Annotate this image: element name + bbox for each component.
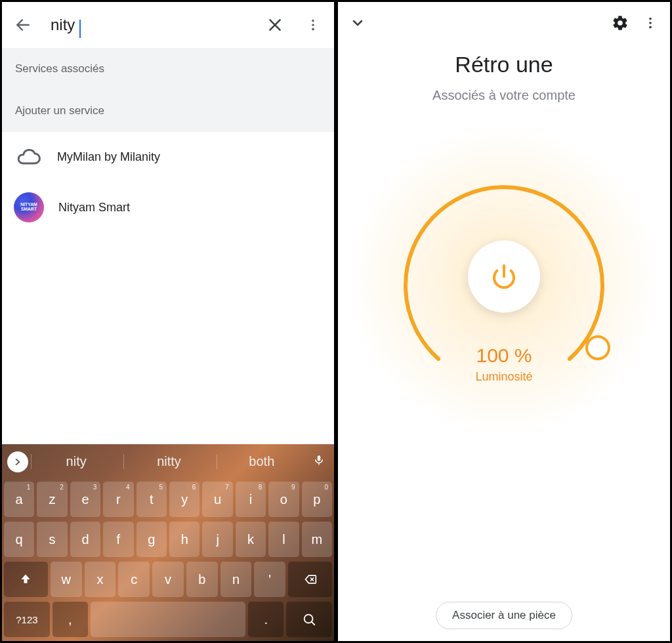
svg-point-12 (649, 22, 652, 24)
space-key[interactable] (91, 602, 246, 637)
service-label: Nityam Smart (58, 201, 130, 215)
key-p[interactable]: p0 (302, 482, 332, 517)
phone-device-control: Rétro une Associés à votre compte 100 % … (336, 0, 672, 643)
key-l[interactable]: l (268, 522, 299, 557)
brightness-dial[interactable]: 100 % Luminosité (386, 162, 622, 398)
key-b[interactable]: b (186, 562, 218, 597)
key-q[interactable]: q (4, 522, 34, 557)
cloud-icon (14, 142, 43, 171)
enter-key[interactable] (286, 602, 332, 637)
clear-icon[interactable] (262, 12, 288, 38)
chevron-down-icon[interactable] (345, 10, 371, 36)
brightness-label: Luminosité (386, 370, 622, 384)
comma-key[interactable]: , (52, 602, 88, 637)
mic-icon[interactable] (309, 454, 329, 469)
key-m[interactable]: m (302, 522, 332, 557)
associate-room-button[interactable]: Associer à une pièce (436, 602, 572, 629)
key-h[interactable]: h (169, 522, 200, 557)
phone-search-services: Services associés Ajouter un service MyM… (0, 0, 336, 643)
device-title: Rétro une (338, 52, 670, 77)
key-'[interactable]: ' (254, 562, 285, 597)
svg-point-5 (312, 28, 314, 31)
keyboard: nity nitty both a1z2e3r4t5y6u7i8o9p0 qsd… (2, 444, 334, 641)
suggestion-item[interactable]: nity (31, 454, 121, 469)
key-r[interactable]: r4 (103, 482, 133, 517)
more-icon[interactable] (300, 12, 326, 38)
key-y[interactable]: y6 (169, 482, 200, 517)
service-item-nityam[interactable]: NITYAM SMART Nityam Smart (2, 182, 334, 233)
svg-point-13 (649, 26, 652, 29)
key-i[interactable]: i8 (236, 482, 266, 517)
device-subtitle: Associés à votre compte (338, 88, 670, 103)
keyboard-suggestion-bar: nity nitty both (2, 444, 334, 479)
key-d[interactable]: d (70, 522, 100, 557)
brightness-value: 100 % (386, 344, 622, 367)
svg-point-4 (312, 24, 314, 26)
key-v[interactable]: v (152, 562, 184, 597)
key-z[interactable]: z2 (37, 482, 67, 517)
shift-key[interactable] (4, 562, 48, 597)
search-input[interactable] (48, 16, 250, 34)
key-u[interactable]: u7 (202, 482, 232, 517)
svg-point-11 (649, 18, 652, 20)
back-icon[interactable] (10, 12, 36, 38)
svg-point-3 (312, 20, 314, 22)
suggestion-item[interactable]: both (217, 454, 306, 469)
key-e[interactable]: e3 (70, 482, 100, 517)
key-f[interactable]: f (103, 522, 133, 557)
key-n[interactable]: n (220, 562, 252, 597)
key-j[interactable]: j (202, 522, 232, 557)
text-cursor (79, 20, 81, 38)
service-label: MyMilan by Milanity (57, 150, 160, 164)
key-x[interactable]: x (85, 562, 116, 597)
suggestion-item[interactable]: nitty (123, 454, 213, 469)
backspace-key[interactable] (288, 562, 332, 597)
period-key[interactable]: . (248, 602, 284, 637)
key-a[interactable]: a1 (4, 482, 34, 517)
more-icon[interactable] (637, 10, 663, 36)
nityam-logo-icon: NITYAM SMART (14, 192, 44, 222)
key-k[interactable]: k (236, 522, 266, 557)
svg-line-10 (312, 622, 315, 625)
key-g[interactable]: g (136, 522, 167, 557)
keyboard-collapse-icon[interactable] (7, 451, 28, 472)
section-associated-services: Services associés (2, 48, 334, 90)
search-header (2, 2, 334, 48)
key-w[interactable]: w (51, 562, 82, 597)
symbols-key[interactable]: ?123 (4, 602, 50, 637)
power-button[interactable] (468, 241, 540, 313)
key-c[interactable]: c (118, 562, 150, 597)
device-header (338, 2, 670, 44)
gear-icon[interactable] (607, 10, 633, 36)
key-t[interactable]: t5 (136, 482, 167, 517)
service-item-mymilan[interactable]: MyMilan by Milanity (2, 132, 334, 182)
section-add-service: Ajouter un service (2, 90, 334, 132)
key-o[interactable]: o9 (268, 482, 299, 517)
key-s[interactable]: s (37, 522, 67, 557)
